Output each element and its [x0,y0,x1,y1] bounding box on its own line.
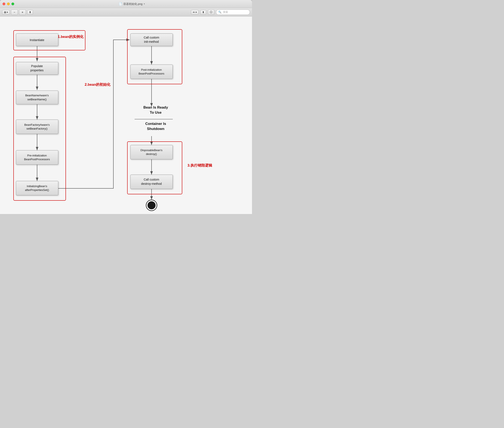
annotation-2: 2.bean的初始化 [85,82,111,87]
titlebar: 📄 容器初始化.png ▾ [0,0,252,8]
box-call-custom-init: Call custominit-method [130,33,173,46]
label-container-shutdown: Container IsShutdown [132,121,179,132]
toolbar: ⊞ ▾ － ＋ ⬆ ✏ ▾ ⬆ ⓘ 🔍 搜索 [0,8,252,16]
main-content: Instantiate Populateproperties BeanNameA… [0,16,252,214]
annotate-button[interactable]: ✏ ▾ [191,10,199,15]
end-circle-inner [147,201,155,209]
view-chevron: ▾ [7,11,8,13]
zoom-in-icon: ＋ [21,10,24,14]
box-populate: Populateproperties [16,62,58,75]
diagram: Instantiate Populateproperties BeanNameA… [9,21,243,214]
zoom-out-icon: － [13,10,16,14]
label-bean-ready: Bean Is ReadyTo Use [132,105,179,115]
file-icon: 📄 [119,2,122,6]
box-pre-init: Pre-initializationBeanPostProcessors [16,150,58,165]
box-initializing-bean: InitializingBean'safterPropertiesSet() [16,181,58,195]
close-button[interactable] [2,2,5,5]
share-button[interactable]: ⬆ [27,10,33,15]
maximize-button[interactable] [11,2,14,5]
annotate-chevron: ▾ [196,11,197,13]
minimize-button[interactable] [7,2,10,5]
box-post-init: Post-initializationBeanPostProcessors [130,65,173,79]
box-bean-factory-aware: BeanFactoryAware'ssetBeanFactory() [16,120,58,134]
annotation-3: 3.执行销毁逻辑 [188,163,212,168]
info-button[interactable]: ⓘ [208,9,214,15]
zoom-in-button[interactable]: ＋ [19,9,26,15]
view-icon: ⊞ [4,11,6,14]
box-disposable-bean: DisposableBean'sdestroy() [130,145,173,159]
annotation-1: 1.bean的实例化 [58,34,84,39]
window-title: 容器初始化.png [123,2,142,6]
traffic-lights [2,2,14,5]
app-window: 📄 容器初始化.png ▾ ⊞ ▾ － ＋ ⬆ ✏ ▾ ⬆ [0,0,252,214]
pen-icon: ✏ [193,11,195,14]
box-instantiate: Instantiate [16,33,58,46]
share-icon: ⬆ [29,11,31,14]
info-icon: ⓘ [210,10,212,14]
view-toggle-button[interactable]: ⊞ ▾ [2,10,10,15]
end-circle [146,200,157,211]
box-bean-name-aware: BeanNameAware'ssetBeanName() [16,91,58,104]
titlebar-center: 📄 容器初始化.png ▾ [14,2,249,6]
share2-icon: ⬆ [202,11,204,14]
search-icon: 🔍 [218,11,222,14]
search-input[interactable]: 🔍 搜索 [216,9,250,15]
share2-button[interactable]: ⬆ [200,10,206,15]
box-call-custom-destroy: Call customdestroy-method [130,175,173,189]
zoom-out-button[interactable]: － [11,9,18,15]
chevron-down-icon: ▾ [144,2,145,5]
